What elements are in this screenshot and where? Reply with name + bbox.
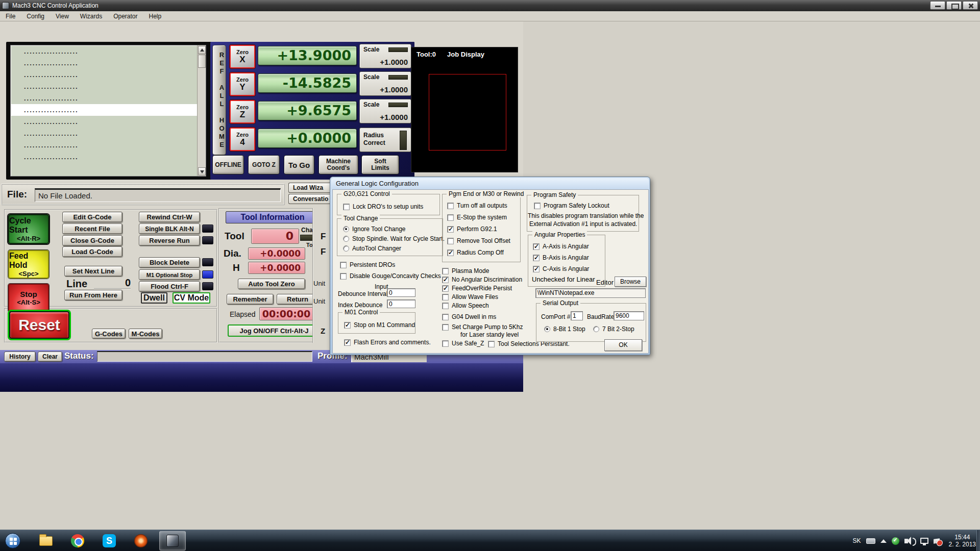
remember-button[interactable]: Remember: [227, 294, 274, 305]
scale-y[interactable]: Scale +1.0000: [359, 71, 411, 96]
charge-pump-checkbox[interactable]: Set Charge Pump to 5Khz: [442, 323, 523, 331]
program-safety-lockout-checkbox[interactable]: Program Safety Lockout: [534, 202, 609, 209]
minimize-icon[interactable]: [930, 1, 945, 10]
dro-4-value[interactable]: +0.0000: [258, 129, 357, 148]
dro-y-value[interactable]: -14.5825: [258, 73, 357, 93]
allow-wave-files-checkbox[interactable]: Allow Wave Files: [442, 293, 498, 300]
h-dro[interactable]: +0.0000: [248, 262, 305, 274]
tool-number-dro[interactable]: 0: [251, 229, 299, 244]
autotool-changer-radio[interactable]: AutoTool Changer: [343, 245, 401, 252]
gcode-scrollbar[interactable]: [197, 45, 206, 176]
close-icon[interactable]: [963, 1, 978, 10]
turn-off-outputs-checkbox[interactable]: Turn off all outputs: [447, 202, 507, 209]
dro-z-value[interactable]: +9.6575: [258, 101, 357, 120]
to-go-button[interactable]: To Go: [284, 155, 314, 174]
gcode-line[interactable]: ...................: [11, 116, 206, 128]
block-delete-button[interactable]: Block Delete: [139, 257, 200, 268]
volume-icon[interactable]: [904, 539, 908, 543]
ref-all-home-button[interactable]: REF ALL HOME: [212, 45, 226, 155]
stop-on-m1-checkbox[interactable]: Stop on M1 Command: [344, 321, 415, 329]
8bit-1stop-radio[interactable]: 8-Bit 1 Stop: [544, 325, 585, 333]
taskbar-clock[interactable]: 15:44 2. 2. 2013: [949, 534, 976, 548]
edit-gcode-button[interactable]: Edit G-Code: [62, 212, 122, 222]
b-axis-angular-checkbox[interactable]: B-Axis is Angular: [533, 254, 589, 261]
show-hidden-icons[interactable]: [880, 539, 887, 543]
keyboard-icon[interactable]: [866, 538, 875, 544]
lock-dros-checkbox[interactable]: Lock DRO's to setup units: [343, 203, 423, 210]
gcode-line[interactable]: ...................: [11, 45, 206, 57]
radius-correct[interactable]: Radius Correct: [359, 128, 411, 152]
machine-coords-button[interactable]: Machine Coord's: [318, 155, 358, 174]
language-indicator[interactable]: SK: [853, 537, 861, 544]
start-button[interactable]: [5, 533, 20, 548]
stop-button[interactable]: Stop <Alt-S>: [8, 284, 49, 312]
persistent-dros-checkbox[interactable]: Persistent DROs: [340, 261, 395, 268]
jog-onoff-button[interactable]: Jog ON/OFF Ctrl-Alt-J: [228, 324, 321, 337]
menu-wizards[interactable]: Wizards: [75, 13, 108, 20]
recent-file-button[interactable]: Recent File: [62, 223, 122, 234]
set-next-line-button[interactable]: Set Next Line: [64, 266, 122, 277]
single-blk-button[interactable]: Single BLK Alt-N: [139, 223, 200, 234]
taskbar-skype-button[interactable]: S: [96, 531, 122, 550]
network-icon[interactable]: [920, 538, 928, 544]
use-safe-z-checkbox[interactable]: Use Safe_Z: [442, 340, 484, 347]
goto-z-button[interactable]: GOTO Z: [248, 155, 280, 174]
dwell-button[interactable]: Dwell: [141, 292, 167, 304]
7bit-2stop-radio[interactable]: 7 Bit 2-Stop: [593, 325, 634, 333]
cycle-start-button[interactable]: Cycle Start <Alt-R>: [8, 214, 49, 244]
status-field[interactable]: [97, 351, 312, 362]
close-gcode-button[interactable]: Close G-Code: [62, 235, 122, 246]
debounce-interval-field[interactable]: 0: [387, 288, 415, 297]
allow-speech-checkbox[interactable]: Allow Speech: [442, 302, 489, 309]
gcode-line[interactable]: ...................: [11, 81, 206, 92]
clear-button[interactable]: Clear: [38, 352, 62, 362]
taskbar-mach3-button[interactable]: [159, 531, 186, 550]
gcode-line[interactable]: ...................: [11, 57, 206, 69]
dialog-title[interactable]: General Logic Configuration: [331, 178, 649, 189]
maximize-icon[interactable]: [946, 1, 962, 10]
menu-view[interactable]: View: [50, 13, 75, 20]
estop-system-checkbox[interactable]: E-Stop the system: [447, 214, 507, 221]
file-field[interactable]: No File Loaded.: [35, 188, 281, 202]
feed-hold-button[interactable]: Feed Hold <Spc>: [8, 250, 49, 279]
dro-x-value[interactable]: +13.9000: [258, 46, 357, 65]
reverse-run-button[interactable]: Reverse Run: [139, 235, 200, 246]
scale-x[interactable]: Scale +1.0000: [359, 44, 411, 68]
history-button[interactable]: History: [4, 352, 36, 362]
menu-operator[interactable]: Operator: [108, 13, 143, 20]
remove-tool-offset-checkbox[interactable]: Remove Tool Offset: [447, 237, 510, 244]
scale-z[interactable]: Scale +1.0000: [359, 99, 411, 123]
update-check-icon[interactable]: [892, 537, 899, 545]
perform-g921-checkbox[interactable]: Perform G92.1: [447, 226, 497, 233]
soft-limits-button[interactable]: Soft Limits: [361, 155, 399, 174]
scroll-thumb[interactable]: [198, 55, 206, 68]
reset-button[interactable]: Reset: [9, 311, 69, 339]
menu-config[interactable]: Config: [21, 13, 50, 20]
run-from-here-button[interactable]: Run From Here: [64, 290, 122, 300]
index-debounce-field[interactable]: 0: [387, 299, 415, 308]
taskbar-chrome-button[interactable]: [64, 531, 91, 550]
zero-4-button[interactable]: Zero 4: [230, 128, 255, 151]
load-wizard-button[interactable]: Load Wiza: [288, 183, 330, 193]
zero-z-button[interactable]: Zero Z: [230, 100, 255, 123]
zero-y-button[interactable]: Zero Y: [230, 72, 255, 96]
flood-button[interactable]: Flood Ctrl-F: [139, 281, 200, 292]
gcode-line[interactable]: ...................: [11, 92, 206, 104]
rewind-button[interactable]: Rewind Ctrl-W: [139, 212, 200, 222]
auto-tool-zero-button[interactable]: Auto Tool Zero: [238, 279, 305, 289]
conversational-button[interactable]: Conversatio: [288, 194, 330, 204]
menu-file[interactable]: File: [0, 13, 21, 20]
gcode-line-selected[interactable]: ...................: [11, 104, 206, 116]
browse-button[interactable]: Browse: [615, 277, 646, 287]
ignore-tool-change-radio[interactable]: Ignore Tool Change: [343, 226, 406, 233]
disable-gouge-checkbox[interactable]: Disable Gouge/Concavity Checks: [340, 272, 441, 280]
taskbar-explorer-button[interactable]: [33, 531, 59, 550]
m1-optional-stop-button[interactable]: M1 Optional Stop: [139, 269, 200, 280]
g-codes-button[interactable]: G-Codes: [92, 329, 126, 339]
cv-mode-button[interactable]: CV Mode: [173, 292, 210, 304]
radius-comp-off-checkbox[interactable]: Radius Comp Off: [447, 249, 504, 256]
plasma-mode-checkbox[interactable]: Plasma Mode: [442, 267, 489, 274]
gcode-list[interactable]: ................... ................... …: [10, 45, 206, 177]
show-desktop-button[interactable]: [976, 530, 980, 551]
zero-x-button[interactable]: Zero X: [230, 45, 255, 68]
